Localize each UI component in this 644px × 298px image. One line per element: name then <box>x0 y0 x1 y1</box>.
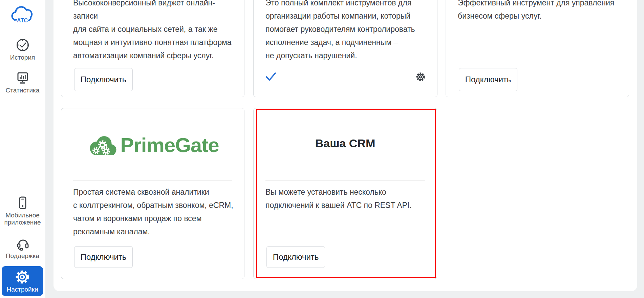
gear-icon <box>15 269 30 285</box>
clock-history-icon <box>16 38 30 52</box>
integration-card-primegate: PrimeGate Простая система сквозной анали… <box>61 108 244 279</box>
sidebar-item-statistics[interactable]: Статистика <box>0 71 45 94</box>
sidebar: АТС История Статистик <box>0 0 45 298</box>
headset-icon <box>16 236 30 251</box>
card-description: Высококонверсионный виджет онлайн-записи… <box>73 0 234 62</box>
sidebar-item-label: История <box>2 54 43 61</box>
primegate-logo: PrimeGate <box>61 129 244 161</box>
atc-cloud-icon: АТС <box>9 3 37 24</box>
card-divider <box>265 180 425 180</box>
connect-button[interactable]: Подключить <box>74 246 133 268</box>
sidebar-item-label: Поддержка <box>2 252 43 259</box>
card-description: Вы можете установить несколько подключен… <box>265 186 427 212</box>
card-description: Эффективный инструмент для управления би… <box>458 0 619 23</box>
main-background: Высококонверсионный виджет онлайн-записи… <box>45 0 644 298</box>
primegate-cloud-gears-icon <box>86 131 119 158</box>
sidebar-item-history[interactable]: История <box>0 38 45 61</box>
sidebar-item-label: Настройки <box>6 286 38 293</box>
card-divider <box>73 180 232 180</box>
connect-button[interactable]: Подключить <box>266 246 325 268</box>
mobile-phone-icon <box>16 196 30 210</box>
sidebar-item-support[interactable]: Поддержка <box>0 236 45 259</box>
integration-card-your-crm: Ваша CRM Вы можете установить несколько … <box>253 108 437 279</box>
stats-monitor-icon <box>16 71 30 85</box>
card-description: Это полный комплект инструментов для орг… <box>265 0 427 62</box>
primegate-brand-text: PrimeGate <box>120 133 219 157</box>
integrations-panel: Высококонверсионный виджет онлайн-записи… <box>53 0 637 291</box>
connect-button[interactable]: Подключить <box>74 68 133 91</box>
sidebar-item-label: Мобильное приложение <box>2 212 43 226</box>
integration-card-business: Эффективный инструмент для управления би… <box>446 0 629 97</box>
card-title: Ваша CRM <box>254 137 437 150</box>
connected-check-icon <box>265 71 276 82</box>
integration-settings-gear-icon[interactable] <box>415 72 426 82</box>
sidebar-item-mobile-app[interactable]: Мобильное приложение <box>0 196 45 226</box>
sidebar-item-label: Статистика <box>2 87 43 94</box>
integration-card-widget: Высококонверсионный виджет онлайн-записи… <box>61 0 244 97</box>
card-description: Простая система сквозной аналитики с кол… <box>73 186 234 238</box>
atc-logo-label: АТС <box>17 18 28 23</box>
integration-card-toolkit: Это полный комплект инструментов для орг… <box>253 0 437 97</box>
app-logo[interactable]: АТС <box>0 3 45 24</box>
sidebar-item-settings[interactable]: Настройки <box>2 266 43 296</box>
connect-button[interactable]: Подключить <box>459 68 517 91</box>
